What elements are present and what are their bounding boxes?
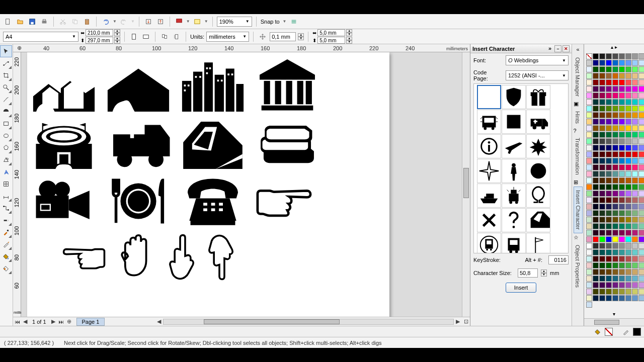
palette-scroll-up[interactable]: ▴ ▸	[584, 44, 644, 51]
swatch[interactable]	[612, 171, 618, 177]
swatch[interactable]	[606, 269, 612, 275]
swatch[interactable]	[599, 295, 605, 301]
swatch[interactable]	[599, 171, 605, 177]
swatch[interactable]	[586, 243, 592, 249]
glyph-dining[interactable]	[106, 176, 171, 226]
swatch[interactable]	[612, 99, 618, 105]
add-page-button[interactable]: ⊕	[65, 318, 73, 325]
swatch[interactable]	[606, 66, 612, 72]
swatch[interactable]	[606, 164, 612, 170]
swatch[interactable]	[586, 184, 592, 190]
swatch[interactable]	[612, 138, 618, 144]
interactive-tool[interactable]	[0, 214, 12, 226]
swatch[interactable]	[632, 269, 638, 275]
swatch[interactable]	[606, 151, 612, 157]
char-cell-bus[interactable]	[477, 110, 501, 134]
swatch[interactable]	[625, 66, 631, 72]
polygon-tool[interactable]	[0, 142, 12, 154]
swatch[interactable]	[619, 151, 625, 157]
welcome-icon[interactable]	[192, 17, 202, 27]
swatch[interactable]	[638, 204, 644, 210]
units-dropdown[interactable]: millimeters▼	[206, 32, 249, 42]
swatch[interactable]	[619, 119, 625, 125]
swatch[interactable]	[638, 79, 644, 85]
swatch[interactable]	[606, 73, 612, 79]
swatch[interactable]	[586, 112, 592, 118]
swatch[interactable]	[586, 132, 592, 138]
swatch[interactable]	[599, 256, 605, 262]
swatch[interactable]	[632, 282, 638, 288]
swatch[interactable]	[606, 177, 612, 184]
swatch[interactable]	[606, 197, 612, 203]
swatch[interactable]	[593, 262, 599, 268]
swatch[interactable]	[599, 223, 605, 229]
swatch[interactable]	[638, 145, 644, 151]
swatch[interactable]	[593, 106, 599, 112]
swatch[interactable]	[593, 243, 599, 249]
swatch[interactable]	[638, 256, 644, 262]
swatch[interactable]	[593, 295, 599, 301]
canvas[interactable]	[21, 52, 462, 317]
swatch[interactable]	[638, 132, 644, 138]
smart-fill-tool[interactable]	[0, 106, 12, 118]
swatch[interactable]	[593, 151, 599, 157]
all-pages-icon[interactable]	[159, 32, 170, 42]
swatch[interactable]	[599, 145, 605, 151]
swatch-none[interactable]	[586, 53, 592, 59]
swatch[interactable]	[638, 243, 644, 249]
swatch[interactable]	[625, 177, 631, 184]
swatch[interactable]	[599, 269, 605, 275]
swatch[interactable]	[593, 53, 599, 59]
swatch[interactable]	[625, 171, 631, 177]
swatch[interactable]	[612, 204, 618, 210]
swatch[interactable]	[606, 171, 612, 177]
swatch[interactable]	[638, 106, 644, 112]
swatch[interactable]	[612, 184, 618, 190]
copy-icon[interactable]	[70, 17, 80, 27]
swatch[interactable]	[599, 106, 605, 112]
swatch[interactable]	[625, 184, 631, 190]
swatch[interactable]	[586, 302, 592, 308]
swatch[interactable]	[619, 112, 625, 118]
swatch[interactable]	[638, 53, 644, 59]
swatch[interactable]	[619, 230, 625, 236]
swatch[interactable]	[625, 132, 631, 138]
swatch[interactable]	[632, 171, 638, 177]
swatch[interactable]	[612, 119, 618, 125]
swatch[interactable]	[619, 197, 625, 203]
swatch[interactable]	[619, 289, 625, 295]
swatch[interactable]	[593, 197, 599, 203]
ruler-vertical[interactable]: millimeters 2202001801601401201008060	[13, 52, 21, 317]
swatch[interactable]	[638, 73, 644, 79]
swatch[interactable]	[625, 112, 631, 118]
swatch[interactable]	[593, 125, 599, 131]
swatch[interactable]	[625, 151, 631, 157]
swatch[interactable]	[586, 158, 592, 164]
fill-tool[interactable]	[0, 250, 12, 262]
swatch[interactable]	[619, 171, 625, 177]
swatch[interactable]	[599, 184, 605, 190]
swatch[interactable]	[606, 249, 612, 255]
swatch[interactable]	[632, 204, 638, 210]
swatch[interactable]	[586, 249, 592, 255]
freehand-tool[interactable]	[0, 94, 12, 106]
swatch[interactable]	[625, 53, 631, 59]
minimize-button[interactable]: –	[554, 45, 561, 52]
close-button[interactable]: ✕	[562, 45, 570, 52]
docker-tab[interactable]: Object Manager	[574, 54, 582, 100]
swatch[interactable]	[593, 171, 599, 177]
swatch[interactable]	[593, 60, 599, 66]
swatch[interactable]	[638, 191, 644, 197]
swatch[interactable]	[586, 66, 592, 72]
swatch[interactable]	[606, 158, 612, 164]
ruler-horizontal[interactable]: ⊕ millimeters 40608010012014016018020022…	[13, 44, 470, 52]
swatch[interactable]	[625, 276, 631, 282]
swatch[interactable]	[619, 243, 625, 249]
swatch[interactable]	[606, 243, 612, 249]
swatch[interactable]	[606, 210, 612, 216]
swatch[interactable]	[599, 138, 605, 144]
swatch[interactable]	[612, 262, 618, 268]
swatch[interactable]	[586, 138, 592, 144]
swatch[interactable]	[625, 204, 631, 210]
swatch[interactable]	[612, 223, 618, 229]
